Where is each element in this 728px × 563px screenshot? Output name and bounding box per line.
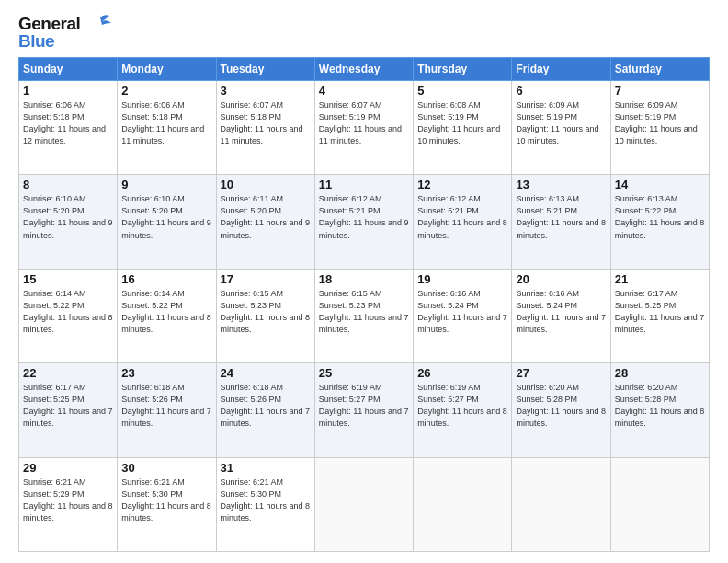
daylight-label: Daylight: 11 hours and 9 minutes.	[319, 218, 409, 239]
sunset-label: Sunset: 5:20 PM	[121, 206, 183, 215]
day-number: 13	[516, 178, 606, 191]
day-info: Sunrise: 6:17 AM Sunset: 5:25 PM Dayligh…	[23, 382, 113, 430]
sunset-label: Sunset: 5:28 PM	[615, 395, 677, 404]
sunrise-label: Sunrise: 6:11 AM	[221, 194, 284, 203]
calendar-cell: 13 Sunrise: 6:13 AM Sunset: 5:21 PM Dayl…	[512, 175, 610, 269]
day-number: 5	[417, 84, 507, 98]
sunset-label: Sunset: 5:24 PM	[516, 301, 577, 310]
daylight-label: Daylight: 11 hours and 8 minutes.	[615, 218, 705, 239]
calendar-cell: 18 Sunrise: 6:15 AM Sunset: 5:23 PM Dayl…	[314, 269, 413, 362]
sunrise-label: Sunrise: 6:18 AM	[221, 383, 284, 392]
calendar-cell: 23 Sunrise: 6:18 AM Sunset: 5:26 PM Dayl…	[118, 363, 216, 457]
daylight-label: Daylight: 11 hours and 8 minutes.	[516, 407, 606, 428]
sunset-label: Sunset: 5:22 PM	[121, 301, 183, 310]
day-info: Sunrise: 6:06 AM Sunset: 5:18 PM Dayligh…	[121, 99, 211, 147]
sunset-label: Sunset: 5:26 PM	[121, 395, 183, 404]
sunrise-label: Sunrise: 6:07 AM	[319, 100, 382, 109]
sunrise-label: Sunrise: 6:12 AM	[417, 194, 481, 203]
daylight-label: Daylight: 11 hours and 7 minutes.	[23, 407, 113, 428]
daylight-label: Daylight: 11 hours and 8 minutes.	[221, 313, 311, 334]
day-number: 14	[615, 178, 705, 191]
calendar-cell: 30 Sunrise: 6:21 AM Sunset: 5:30 PM Dayl…	[118, 457, 216, 551]
calendar-cell: 31 Sunrise: 6:21 AM Sunset: 5:30 PM Dayl…	[216, 457, 314, 551]
logo: General Blue	[18, 15, 115, 50]
day-info: Sunrise: 6:12 AM Sunset: 5:21 PM Dayligh…	[319, 193, 409, 241]
day-info: Sunrise: 6:18 AM Sunset: 5:26 PM Dayligh…	[221, 382, 311, 430]
sunrise-label: Sunrise: 6:15 AM	[319, 289, 382, 298]
daylight-label: Daylight: 11 hours and 7 minutes.	[221, 407, 311, 428]
day-number: 9	[121, 178, 211, 191]
sunset-label: Sunset: 5:26 PM	[221, 395, 282, 404]
daylight-label: Daylight: 11 hours and 7 minutes.	[319, 313, 409, 334]
sunset-label: Sunset: 5:20 PM	[23, 206, 85, 215]
calendar-cell	[314, 457, 413, 551]
day-info: Sunrise: 6:19 AM Sunset: 5:27 PM Dayligh…	[417, 382, 507, 430]
sunrise-label: Sunrise: 6:07 AM	[221, 100, 284, 109]
day-number: 6	[516, 84, 606, 98]
sunset-label: Sunset: 5:27 PM	[417, 395, 479, 404]
calendar-week-row: 1 Sunrise: 6:06 AM Sunset: 5:18 PM Dayli…	[19, 81, 710, 175]
daylight-label: Daylight: 11 hours and 8 minutes.	[221, 501, 311, 523]
day-number: 16	[121, 272, 211, 286]
header: General Blue	[18, 15, 710, 50]
day-number: 30	[121, 461, 211, 475]
calendar-cell: 19 Sunrise: 6:16 AM Sunset: 5:24 PM Dayl…	[414, 269, 512, 362]
calendar-cell	[610, 457, 709, 551]
sunset-label: Sunset: 5:29 PM	[23, 489, 85, 499]
day-number: 2	[121, 84, 211, 98]
calendar-cell: 16 Sunrise: 6:14 AM Sunset: 5:22 PM Dayl…	[118, 269, 216, 362]
calendar-cell: 29 Sunrise: 6:21 AM Sunset: 5:29 PM Dayl…	[19, 457, 118, 551]
day-number: 19	[417, 272, 507, 286]
calendar-cell: 7 Sunrise: 6:09 AM Sunset: 5:19 PM Dayli…	[610, 81, 709, 175]
calendar-cell: 20 Sunrise: 6:16 AM Sunset: 5:24 PM Dayl…	[512, 269, 610, 362]
daylight-label: Daylight: 11 hours and 11 minutes.	[121, 124, 204, 145]
calendar-cell: 17 Sunrise: 6:15 AM Sunset: 5:23 PM Dayl…	[216, 269, 314, 362]
day-info: Sunrise: 6:10 AM Sunset: 5:20 PM Dayligh…	[23, 193, 113, 241]
daylight-label: Daylight: 11 hours and 8 minutes.	[121, 313, 211, 334]
sunset-label: Sunset: 5:19 PM	[516, 112, 577, 121]
day-number: 11	[319, 178, 409, 191]
calendar-week-row: 29 Sunrise: 6:21 AM Sunset: 5:29 PM Dayl…	[19, 457, 710, 551]
daylight-label: Daylight: 11 hours and 9 minutes.	[23, 218, 113, 239]
day-info: Sunrise: 6:16 AM Sunset: 5:24 PM Dayligh…	[417, 288, 507, 336]
day-info: Sunrise: 6:13 AM Sunset: 5:22 PM Dayligh…	[615, 193, 705, 241]
day-number: 18	[319, 272, 409, 286]
sunset-label: Sunset: 5:23 PM	[221, 301, 282, 310]
calendar-header-monday: Monday	[118, 58, 216, 81]
sunrise-label: Sunrise: 6:06 AM	[23, 100, 86, 109]
sunset-label: Sunset: 5:19 PM	[417, 112, 479, 121]
sunrise-label: Sunrise: 6:20 AM	[615, 383, 678, 392]
day-info: Sunrise: 6:20 AM Sunset: 5:28 PM Dayligh…	[615, 382, 705, 430]
sunrise-label: Sunrise: 6:16 AM	[417, 289, 481, 298]
sunset-label: Sunset: 5:25 PM	[615, 301, 677, 310]
calendar-header-tuesday: Tuesday	[216, 58, 314, 81]
calendar-cell: 11 Sunrise: 6:12 AM Sunset: 5:21 PM Dayl…	[314, 175, 413, 269]
calendar-body: 1 Sunrise: 6:06 AM Sunset: 5:18 PM Dayli…	[19, 81, 710, 552]
sunset-label: Sunset: 5:18 PM	[23, 112, 85, 121]
day-number: 28	[615, 366, 705, 380]
sunrise-label: Sunrise: 6:09 AM	[516, 100, 579, 109]
daylight-label: Daylight: 11 hours and 12 minutes.	[23, 124, 106, 145]
daylight-label: Daylight: 11 hours and 8 minutes.	[417, 407, 507, 428]
day-number: 22	[23, 366, 113, 380]
sunset-label: Sunset: 5:30 PM	[121, 489, 183, 499]
daylight-label: Daylight: 11 hours and 8 minutes.	[615, 407, 705, 428]
sunset-label: Sunset: 5:20 PM	[221, 206, 282, 215]
daylight-label: Daylight: 11 hours and 7 minutes.	[121, 407, 211, 428]
daylight-label: Daylight: 11 hours and 9 minutes.	[121, 218, 211, 239]
calendar-cell: 24 Sunrise: 6:18 AM Sunset: 5:26 PM Dayl…	[216, 363, 314, 457]
day-number: 21	[615, 272, 705, 286]
day-number: 25	[319, 366, 409, 380]
sunrise-label: Sunrise: 6:21 AM	[23, 477, 86, 487]
calendar-cell: 2 Sunrise: 6:06 AM Sunset: 5:18 PM Dayli…	[118, 81, 216, 175]
daylight-label: Daylight: 11 hours and 11 minutes.	[319, 124, 402, 145]
daylight-label: Daylight: 11 hours and 9 minutes.	[221, 218, 311, 239]
sunrise-label: Sunrise: 6:14 AM	[23, 289, 86, 298]
day-info: Sunrise: 6:18 AM Sunset: 5:26 PM Dayligh…	[121, 382, 211, 430]
calendar-cell: 15 Sunrise: 6:14 AM Sunset: 5:22 PM Dayl…	[19, 269, 118, 362]
daylight-label: Daylight: 11 hours and 8 minutes.	[23, 313, 113, 334]
sunset-label: Sunset: 5:28 PM	[516, 395, 577, 404]
day-info: Sunrise: 6:07 AM Sunset: 5:19 PM Dayligh…	[319, 99, 409, 147]
day-number: 15	[23, 272, 113, 286]
day-info: Sunrise: 6:13 AM Sunset: 5:21 PM Dayligh…	[516, 193, 606, 241]
